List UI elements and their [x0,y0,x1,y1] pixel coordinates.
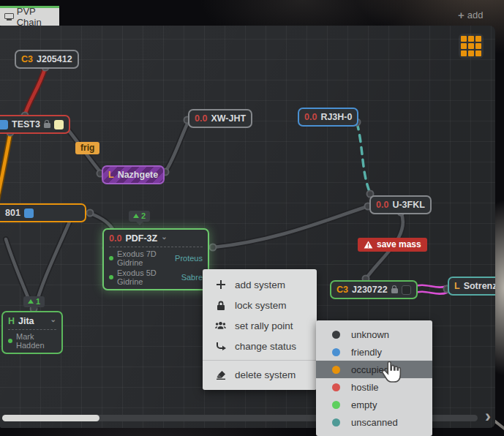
status-label: unknown [351,329,389,340]
ship-type: Sabre [181,273,203,282]
arrow-up-icon [133,214,139,218]
status-dot-icon [332,401,340,409]
system-name: PDF-3Z [125,233,157,244]
lock-icon [215,301,226,310]
system-node-801[interactable]: 801 [0,203,86,222]
pilot-count: 2 [141,211,146,220]
add-label: add [467,10,484,20]
frig-label: frig [80,143,94,153]
menu-item-label: lock system [235,300,287,311]
lock-icon [391,288,398,293]
status-label: unscanned [351,417,398,428]
status-label: empty [351,399,377,410]
users-icon [215,321,226,330]
pilot-name: Exodus 5D Gidrine [117,268,178,286]
pilot-row: Exodus 5D Gidrine Sabre [109,268,203,286]
status-item-unknown[interactable]: unknown [316,326,432,343]
status-square-icon [24,208,34,218]
pilot-count-badge: 1 [23,296,45,307]
menu-item-change-status[interactable]: change status [203,336,317,356]
chevron-down-icon[interactable]: ⌄ [161,233,167,241]
system-node-j205412[interactable]: C3 J205412 [15,50,79,69]
system-name: XW-JHT [211,113,246,124]
grid-layout-button[interactable] [459,34,484,59]
change-status-submenu: unknown friendly occupied hostile empty … [316,320,432,436]
scrollbar-thumb[interactable] [2,415,99,421]
status-label: occupied [351,364,389,375]
system-class: H [8,316,15,326]
pilot-name: Mark Hadden [16,332,56,350]
system-node-j230722[interactable]: C3 J230722 [330,280,418,299]
system-name: TEST3 [12,119,40,129]
system-node-nazhgete[interactable]: L Nazhgete [102,165,165,184]
status-item-empty[interactable]: empty [316,396,432,413]
plus-icon [215,280,226,289]
system-name: U-3FKL [392,200,424,210]
add-map-button[interactable]: + add [458,10,483,20]
system-name: Nazhgete [118,170,159,180]
note-square-icon [54,120,64,129]
security-status: 0.0 [304,112,317,122]
chevron-down-icon[interactable]: ⌄ [50,315,56,323]
system-name: J230722 [352,285,388,295]
system-node-pdf-3z[interactable]: 0.0 PDF-3Z ⌄ Exodus 7D Gidrine Proteus E… [102,228,209,290]
pilot-row: Exodus 7D Gidrine Proteus [109,249,203,267]
system-node-test3[interactable]: TEST3 [0,115,70,134]
online-dot-icon [109,275,113,279]
system-name: RJ3H-0 [320,112,352,122]
monitor-icon [4,13,12,21]
status-label: hostile [351,382,379,393]
ship-type: Proteus [175,254,203,263]
tab-pvp-chain[interactable]: PVP Chain [0,6,59,26]
system-name: Sotrenz [464,281,495,291]
status-dot-icon [332,366,340,374]
arrow-up-icon [28,299,34,304]
eraser-icon [215,370,226,380]
status-dot-icon [332,418,340,426]
menu-item-label: delete system [235,369,296,380]
wormhole-size-label[interactable]: frig [75,142,99,154]
status-item-friendly[interactable]: friendly [316,343,432,361]
status-square-icon [402,285,411,295]
status-dot-icon [332,348,340,356]
menu-item-delete-system[interactable]: delete system [203,364,317,385]
status-dot-icon [332,383,340,391]
system-name: J205412 [37,54,72,64]
system-class: L [108,170,114,180]
system-node-rj3h-0[interactable]: 0.0 RJ3H-0 [298,108,358,127]
curved-arrow-icon [215,342,226,350]
menu-item-set-rally-point[interactable]: set rally point [203,315,317,336]
menu-item-label: set rally point [235,320,293,331]
warning-icon [364,241,373,249]
status-square-icon [0,120,8,129]
pilot-row: Mark Hadden [8,332,56,350]
save-mass-warning[interactable]: save mass [358,238,427,252]
menu-item-add-system[interactable]: add system [203,274,317,295]
menu-item-lock-system[interactable]: lock system [203,295,317,315]
security-status: 0.0 [109,233,121,244]
status-item-occupied[interactable]: occupied [316,361,432,378]
system-class: L [454,281,460,291]
system-name: 801 [5,208,20,218]
menu-item-label: change status [235,341,296,352]
system-class: C3 [336,285,348,295]
menu-separator [203,360,317,361]
system-name: Jita [18,316,34,326]
status-dot-icon [332,331,340,339]
status-item-unscanned[interactable]: unscanned [316,413,432,431]
system-node-u-3fkl[interactable]: 0.0 U-3FKL [369,195,432,214]
status-label: friendly [351,347,382,358]
pilot-count: 1 [36,297,40,306]
system-node-jita[interactable]: H Jita ⌄ Mark Hadden [1,311,63,354]
chevron-right-icon[interactable]: › [485,407,491,425]
lock-icon [44,123,50,128]
system-node-xw-jht[interactable]: 0.0 XW-JHT [188,109,252,128]
pilot-count-badge: 2 [129,211,150,222]
online-dot-icon [8,339,12,343]
pilot-name: Exodus 7D Gidrine [117,249,171,267]
status-item-hostile[interactable]: hostile [316,378,432,396]
online-dot-icon [109,256,113,260]
system-node-sotrenz[interactable]: L Sotrenz [448,277,495,296]
plus-icon: + [458,10,464,20]
system-context-menu: add system lock system set rally point c… [203,269,317,390]
